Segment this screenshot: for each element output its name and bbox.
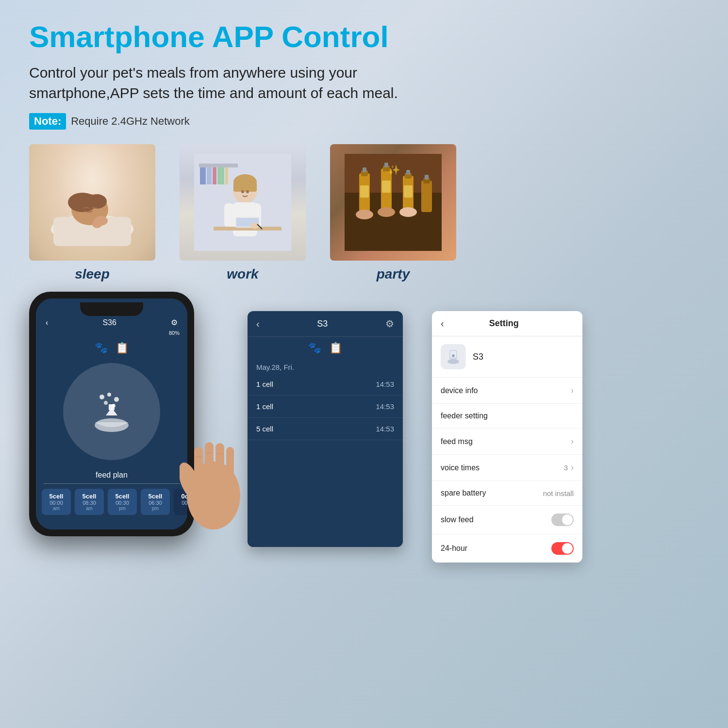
cell-period-2: am: [80, 506, 99, 511]
s3-empty-area: [248, 440, 403, 547]
cell-time-3: 00:30: [113, 500, 132, 506]
svg-point-25: [241, 190, 244, 193]
photo-label-sleep: sleep: [75, 266, 110, 282]
svg-rect-11: [213, 167, 216, 184]
photo-frame-party: ✨: [330, 144, 456, 261]
s3-feeder-icon[interactable]: 🐾: [308, 342, 321, 354]
working-illustration: [194, 154, 291, 251]
cell-period-3: pm: [113, 506, 132, 511]
setting-device-name: S3: [473, 352, 483, 362]
svg-point-48: [99, 395, 104, 399]
svg-rect-31: [363, 167, 366, 172]
svg-text:✨: ✨: [388, 164, 400, 176]
setting-item-voice-times[interactable]: voice times 3 ›: [432, 455, 582, 481]
chevron-device-info: ›: [571, 385, 574, 396]
s3-feed-row-1: 1 cell 14:53: [248, 373, 403, 396]
photo-frame-sleep: [29, 144, 155, 261]
svg-rect-8: [199, 164, 238, 167]
setting-label-spare-battery: spare battery: [441, 489, 486, 497]
feed-animation-icon: [87, 387, 136, 436]
setting-label-device-info: device info: [441, 386, 478, 395]
svg-point-50: [114, 397, 119, 402]
setting-label-24hour: 24-hour: [441, 544, 467, 553]
s3-nav-icons: 🐾 📋: [248, 337, 403, 359]
svg-rect-54: [109, 404, 115, 410]
s3-feed-amount-1: 1 cell: [256, 380, 273, 388]
s3-schedule-icon[interactable]: 📋: [329, 342, 342, 354]
phone-settings-icon[interactable]: ⚙: [171, 318, 178, 327]
svg-point-44: [356, 210, 373, 219]
setting-value-voice-times: 3 ›: [564, 463, 574, 473]
phone-back-arrow[interactable]: ‹: [46, 318, 48, 327]
setting-item-device-info[interactable]: device info ›: [432, 378, 582, 404]
sleeping-illustration: [44, 154, 141, 251]
setting-item-feed-msg[interactable]: feed msg ›: [432, 429, 582, 455]
svg-point-45: [378, 207, 395, 217]
slow-feed-toggle[interactable]: [551, 513, 574, 526]
cell-time-4: 06:30: [146, 500, 165, 506]
svg-point-46: [399, 207, 417, 217]
phone-screen: ‹ S36 ⚙ 80% 🐾 📋: [36, 298, 187, 529]
cell-count-2: 5cell: [80, 493, 99, 500]
feeder-icon[interactable]: 🐾: [95, 342, 108, 354]
phone-schedule-row: 5cell 00:00 am 5cell 08:30 am 5cell 00:3…: [36, 484, 187, 520]
photo-label-party: party: [377, 266, 410, 282]
setting-panel: ‹ Setting S3: [432, 311, 582, 563]
party-bg: ✨: [330, 144, 456, 261]
phone-status-bar: ‹ S36 ⚙: [36, 316, 187, 329]
setting-back-button[interactable]: ‹: [441, 318, 444, 329]
chevron-feed-msg: ›: [571, 436, 574, 447]
s3-back-button[interactable]: ‹: [256, 318, 260, 330]
svg-rect-12: [217, 167, 224, 184]
s3-feed-row-2: 1 cell 14:53: [248, 396, 403, 418]
s3-feed-time-1: 14:53: [376, 380, 394, 388]
svg-rect-39: [406, 170, 410, 175]
feeder-device-icon: [445, 348, 462, 365]
svg-rect-61: [226, 447, 234, 482]
s3-app-title: S3: [317, 319, 328, 329]
setting-label-feeder-setting: feeder setting: [441, 412, 488, 420]
setting-label-slow-feed: slow feed: [441, 515, 474, 524]
main-content: Smartphone APP Control Control your pet'…: [0, 0, 728, 582]
setting-item-feeder-setting[interactable]: feeder setting: [432, 404, 582, 429]
svg-rect-41: [421, 181, 432, 212]
schedule-icon[interactable]: 📋: [116, 342, 129, 354]
setting-item-24hour: 24-hour: [432, 534, 582, 563]
phone-notch: [80, 302, 143, 316]
working-bg: [180, 144, 306, 261]
sleeping-bg: [29, 144, 155, 261]
s3-settings-icon[interactable]: ⚙: [385, 318, 394, 330]
schedule-cell-3[interactable]: 5cell 00:30 pm: [108, 489, 137, 515]
24hour-toggle[interactable]: [551, 542, 574, 555]
chevron-voice-times: ›: [571, 463, 574, 473]
photo-frame-work: [180, 144, 306, 261]
battery-indicator: 80%: [169, 330, 180, 336]
photos-row: sleep: [29, 144, 699, 282]
svg-rect-9: [200, 167, 206, 184]
svg-point-51: [104, 401, 108, 405]
svg-rect-59: [205, 442, 214, 483]
setting-device-row: S3: [432, 336, 582, 378]
page-subtitle: Control your pet's meals from anywhere u…: [29, 63, 466, 103]
photo-work: work: [180, 144, 306, 282]
voice-times-number: 3: [564, 463, 568, 472]
s3-feed-time-2: 14:53: [376, 402, 394, 411]
hand-holding-phone: [180, 398, 248, 534]
schedule-cell-2[interactable]: 5cell 08:30 am: [75, 489, 104, 515]
phone-title: S36: [102, 318, 116, 327]
phone-feed-circle[interactable]: [63, 363, 160, 460]
setting-label-voice-times: voice times: [441, 463, 480, 472]
s3-feed-row-3: 5 cell 14:53: [248, 418, 403, 440]
svg-point-6: [92, 220, 102, 228]
phone-nav-icons: 🐾 📋: [36, 338, 187, 358]
setting-value-device-info: ›: [571, 385, 574, 396]
cell-time-2: 08:30: [80, 500, 99, 506]
note-box: Note: Require 2.4GHz Network: [29, 113, 190, 130]
svg-rect-58: [194, 447, 203, 486]
note-text: Require 2.4GHz Network: [71, 115, 190, 128]
schedule-cell-4[interactable]: 5cell 06:30 pm: [141, 489, 170, 515]
s3-feed-time-3: 14:53: [376, 425, 394, 433]
schedule-cell-1[interactable]: 5cell 00:00 am: [42, 489, 71, 515]
photo-party: ✨ party: [330, 144, 456, 282]
cell-count-3: 5cell: [113, 493, 132, 500]
